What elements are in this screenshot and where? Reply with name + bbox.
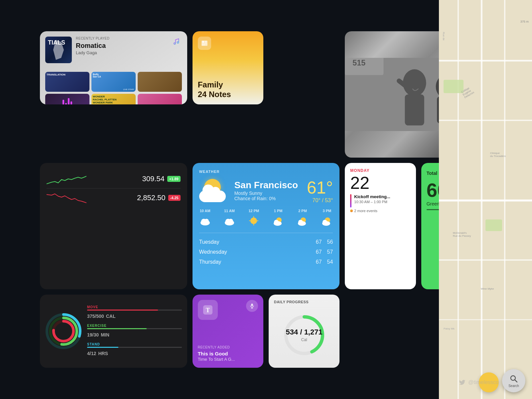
forecast-low-1: 56 [327,239,333,245]
hour-label-3pm: 3 PM [323,209,331,213]
forecast-low-3: 54 [327,259,333,265]
calendar-day-name: MONDAY [350,168,410,173]
music-title: Romatica [76,42,109,50]
music-recently-label: RECENTLY PLAYED [76,37,109,40]
move-value: 375/500 CAL [87,311,182,320]
forecast-high-1: 67 [316,239,322,245]
weather-city: San Francisco [234,180,302,191]
stock-change-1: +1.89 [167,176,181,182]
hour-11am: 11 AM [223,209,235,227]
activity-rings-container [45,300,82,362]
progress-ring-container: 534 / 1,271 Cal [283,308,326,362]
podcast-title: This is Good [198,350,258,357]
twitter-handle: @timelessco [468,379,499,385]
album-thumb-2[interactable]: BuffySan CA LIVE STAFF [91,72,136,92]
map-label-wine: Wine Myke [481,287,494,290]
forecast-temps-1: 67 56 [316,239,333,245]
activity-widget: MOVE 375/500 CAL EXERCISE 19/30 MIN [40,295,187,368]
music-album-art: TIALS [45,37,72,63]
podcast-subtitle: Time To Start A G... [198,357,258,362]
hour-label-11am: 11 AM [224,209,235,213]
forecast-day-2: Wednesday [199,249,316,255]
map-search-label: Search [508,384,519,388]
map-park-2 [485,219,502,231]
svg-point-32 [298,220,303,224]
album-thumb-6[interactable] [138,94,182,104]
forecast-day-1: Tuesday [199,239,316,245]
more-events-dot [350,209,353,212]
hour-label-1pm: 1 PM [274,209,283,213]
map-search-button[interactable]: Search [502,369,525,392]
svg-point-2 [205,41,207,43]
calendar-date: 22 [350,174,410,192]
move-bar [87,310,182,311]
map-road-v3 [504,0,505,399]
forecast-high-3: 67 [316,259,322,265]
map-street-label-1: Rue de [442,32,445,41]
cloud-bump-right [211,187,220,196]
notes-count: 24 Notes [198,90,258,99]
hour-10am: 10 AM [199,209,211,227]
map-road-h1 [439,60,532,62]
podcast-widget[interactable]: T RECENTLY ADDED This is Good Time To St… [193,295,263,368]
music-widget: TIALS RECENTLY PLAYED Romatica Lady Gaga [40,31,187,104]
map-road-h5 [439,319,532,320]
forecast-temps-3: 67 54 [316,259,333,265]
stock-price-2: 2,852.50 [137,194,166,202]
podcast-recently-label: RECENTLY ADDED [198,345,258,349]
stocks-widget: 309.54 +1.89 2,852.50 -4.25 [40,163,187,289]
map-label-palsy: Patsy Mk [444,327,455,330]
hour-label-2pm: 2 PM [298,209,307,213]
svg-point-35 [323,220,327,224]
notes-icon [198,37,211,50]
stock-chart-2 [47,191,134,204]
move-label: MOVE [87,305,182,309]
music-artist: Lady Gaga [76,50,109,55]
hour-12pm: 12 PM [248,209,260,227]
weather-current-temp: 61° [307,178,333,198]
map-label-mcdo: McDonald'sRue du Passey [453,231,471,237]
map-road-h4 [439,259,532,261]
notes-widget[interactable]: Family 24 Notes [193,31,263,104]
stand-bar [87,347,182,348]
forecast-thursday: Thursday 67 54 [199,257,333,267]
stock-chart-1 [47,172,140,186]
exercise-stat: EXERCISE 19/30 MIN [87,324,182,338]
event-time: 10:30 AM – 1:00 PM [354,200,390,204]
music-albums-grid: TRANSLATION BuffySan CA LIVE STAFF WONDE… [40,68,187,104]
stock-row-2: 2,852.50 -4.25 [47,189,181,207]
music-info: RECENTLY PLAYED Romatica Lady Gaga [76,37,109,55]
forecast-high-2: 67 [316,249,322,255]
calendar-more-events: 2 more events [350,209,410,213]
svg-point-22 [250,217,257,224]
activity-stats: MOVE 375/500 CAL EXERCISE 19/30 MIN [87,300,182,362]
thumb-label-2: BuffySan CA [93,73,101,78]
weather-cloud-icon [199,179,229,202]
forecast-tuesday: Tuesday 67 56 [199,237,333,247]
svg-text:T: T [206,307,210,314]
weather-main: San Francisco Mostly Sunny Chance of Rai… [199,178,333,203]
podcast-top: T [198,300,258,320]
hour-label-10am: 10 AM [200,209,210,213]
svg-rect-38 [405,94,424,125]
album-thumb-3[interactable] [138,72,182,92]
podcast-mic-icon [246,300,258,312]
svg-point-21 [228,219,233,223]
album-thumb-5[interactable]: WONDERRACHEL PLATTENWONDER PARK [91,94,136,104]
forecast-low-2: 57 [327,249,333,255]
notes-family-title: Family [198,80,258,90]
daily-progress-widget: DAILY PROGRESS 534 / 1,271 Cal [269,295,339,368]
event-color-bar [350,194,351,207]
stock-price-1: 309.54 [142,175,165,183]
more-events-text: 2 more events [354,209,377,213]
equalizer-bars [63,98,72,105]
weather-info: San Francisco Mostly Sunny Chance of Rai… [234,180,302,201]
weather-temp-section: 61° 70° / 53° [307,178,333,203]
svg-point-1 [202,41,204,43]
map-label-clinique: Cliniquedu Trocadéro [490,152,506,158]
map-road-h2 [439,120,532,121]
album-thumb-1[interactable]: TRANSLATION [45,72,89,92]
exercise-label: EXERCISE [87,324,182,328]
album-thumb-4[interactable] [45,94,89,104]
podcast-app-icon: T [198,300,218,320]
